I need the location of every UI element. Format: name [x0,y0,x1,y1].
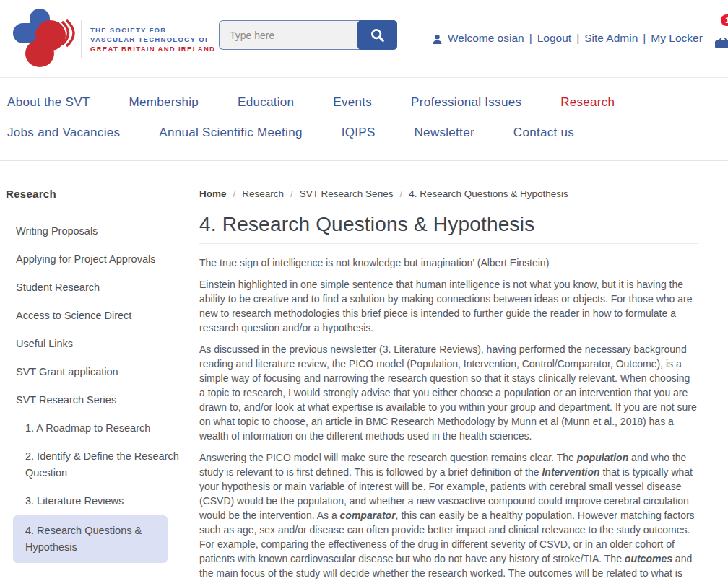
user-icon [432,34,443,45]
breadcrumb-research[interactable]: Research [242,188,284,199]
nav-item-contact-us[interactable]: Contact us [514,126,574,140]
user-separator: | [529,32,532,45]
sidebar-item-applying-for-project-approvals[interactable]: Applying for Project Approvals [6,245,182,274]
sidebar-title: Research [6,188,182,200]
logo-text-line1: THE SOCIETY FOR [90,25,215,35]
main-nav: About the SVT Membership Education Event… [0,78,728,161]
search-button[interactable] [358,20,397,50]
nav-item-iqips[interactable]: IQIPS [342,126,376,140]
sidebar-item-svt-grant-application[interactable]: SVT Grant application [6,358,182,386]
logo-area[interactable]: THE SOCIETY FOR VASCULAR TECHNOLOGY OF G… [6,3,215,75]
user-separator: | [643,32,646,45]
nav-row-1: About the SVT Membership Education Event… [7,95,728,110]
sidebar-item-writing-proposals[interactable]: Writing Proposals [6,217,182,245]
sidebar-item-access-to-science-direct[interactable]: Access to Science Direct [6,302,182,330]
sidebar-subitem-roadmap-to-research[interactable]: 1. A Roadmap to Research [6,414,182,442]
content-area: Research Writing Proposals Applying for … [0,161,728,581]
breadcrumb-separator: / [290,188,293,199]
locker-count-badge: 108 [721,14,728,26]
locker-widget[interactable]: 108 [713,26,728,51]
breadcrumb: Home / Research / SVT Research Series / … [199,188,698,199]
page-title: 4. Research Questions & Hypothesis [199,213,698,236]
logout-link[interactable]: Logout [537,32,571,45]
search-icon [370,27,386,43]
sidebar-subitem-identify-define-research-question[interactable]: 2. Identify & Define the Research Questi… [6,442,182,487]
sidebar-item-useful-links[interactable]: Useful Links [6,330,182,358]
breadcrumb-current-page: 4. Research Questions & Hypothesis [409,188,568,199]
article-body: The true sign of intelligence is not kno… [199,255,698,581]
breadcrumb-home[interactable]: Home [199,188,227,199]
site-admin-link[interactable]: Site Admin [584,32,638,45]
svt-logo-icon [6,3,78,75]
header-divider [422,22,422,49]
paragraph-intro: Einstein highlighted in one simple sente… [199,277,698,335]
search-input[interactable] [219,20,360,50]
nav-item-events[interactable]: Events [333,95,372,110]
breadcrumb-separator: / [399,188,402,199]
breadcrumb-svt-research-series[interactable]: SVT Research Series [300,188,394,199]
user-area: Welcome osian | Logout | Site Admin | My… [432,26,728,51]
title-divider [199,243,698,244]
paragraph-pico-detail: Answering the PICO model will make sure … [199,450,698,581]
sidebar-subitem-research-questions-hypothesis[interactable]: 4. Research Questions & Hypothesis [13,515,168,563]
page: THE SOCIETY FOR VASCULAR TECHNOLOGY OF G… [0,0,728,581]
nav-item-annual-scientific-meeting[interactable]: Annual Scientific Meeting [159,126,302,140]
sidebar-list: Writing Proposals Applying for Project A… [6,217,182,563]
locker-basket-icon [714,38,728,49]
welcome-user-link[interactable]: Welcome osian [448,32,524,45]
nav-item-education[interactable]: Education [238,95,294,110]
paragraph-pico-model: As discussed in the previous newsletter … [199,342,698,443]
nav-item-about-the-svt[interactable]: About the SVT [7,95,90,110]
breadcrumb-separator: / [233,188,236,199]
paragraph-quote: The true sign of intelligence is not kno… [199,255,698,270]
nav-item-membership[interactable]: Membership [129,95,199,110]
user-separator: | [576,32,579,45]
my-locker-link[interactable]: My Locker [651,32,703,45]
nav-row-2: Jobs and Vacancies Annual Scientific Mee… [7,126,728,140]
logo-divider [81,20,82,58]
nav-item-research[interactable]: Research [560,95,615,110]
logo-text-line2: VASCULAR TECHNOLOGY OF [90,35,215,44]
nav-item-jobs-and-vacancies[interactable]: Jobs and Vacancies [7,126,120,140]
site-header: THE SOCIETY FOR VASCULAR TECHNOLOGY OF G… [0,0,728,78]
sidebar-item-student-research[interactable]: Student Research [6,274,182,302]
logo-text: THE SOCIETY FOR VASCULAR TECHNOLOGY OF G… [90,25,215,53]
sidebar-subitem-literature-reviews[interactable]: 3. Literature Reviews [6,487,182,515]
logo-text-line3: GREAT BRITAIN AND IRELAND [90,44,215,53]
sidebar-item-svt-research-series[interactable]: SVT Research Series [6,386,182,414]
nav-item-newsletter[interactable]: Newsletter [415,126,474,140]
sidebar: Research Writing Proposals Applying for … [0,161,182,563]
main-panel: Home / Research / SVT Research Series / … [182,161,728,581]
nav-item-professional-issues[interactable]: Professional Issues [411,95,521,110]
site-search [219,20,397,50]
